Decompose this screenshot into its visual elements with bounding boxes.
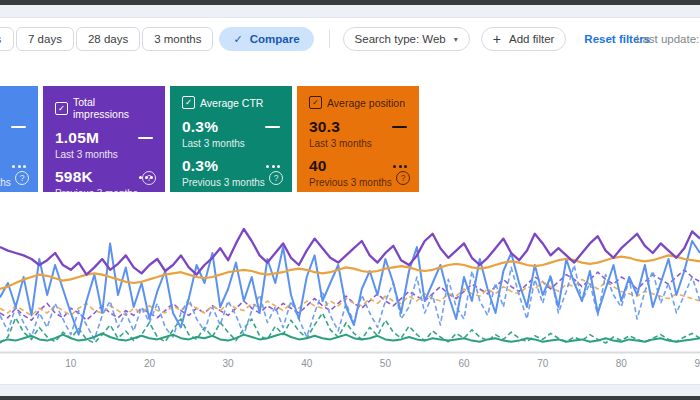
- solid-line-icon: [138, 137, 153, 140]
- x-axis-tick-labels: 102030405060708090: [0, 358, 700, 372]
- performance-chart-svg[interactable]: [0, 214, 700, 355]
- card-label-row: ✓ Average CTR: [182, 96, 280, 109]
- help-icon[interactable]: ?: [396, 171, 410, 185]
- x-axis-line: [0, 352, 700, 354]
- sublabel-last: Last 3 months: [182, 138, 280, 149]
- help-icon[interactable]: ?: [269, 171, 283, 185]
- search-type-label: Search type: Web: [355, 33, 446, 45]
- page-top-strip: [0, 5, 700, 18]
- x-tick-70: 70: [537, 358, 548, 369]
- card-average-position[interactable]: ✓ Average position 30.3 Last 3 months 40…: [297, 86, 419, 192]
- compare-chip-label: Compare: [250, 33, 300, 45]
- sublabel-last: Last 3 months: [0, 138, 26, 149]
- card-label-row: ✓ Total clicks: [0, 96, 26, 109]
- help-icon[interactable]: ?: [15, 171, 29, 185]
- dotted-line-icon: [266, 165, 280, 168]
- last-update-text: Last update:: [636, 26, 700, 52]
- metric-value-last: 30.3: [309, 118, 340, 136]
- value-row-previous: 598K: [55, 168, 153, 186]
- checkmark-icon: ✓: [233, 33, 242, 46]
- x-tick-20: 20: [144, 358, 155, 369]
- card-label-row: ✓ Total impressions: [55, 96, 153, 120]
- metric-value-previous: 0.3%: [182, 157, 218, 175]
- sublabel-previous: Previous 3 months: [182, 177, 280, 188]
- solid-line-icon: [392, 126, 407, 129]
- value-row-last: K: [0, 118, 26, 136]
- x-tick-50: 50: [380, 358, 391, 369]
- compare-chip[interactable]: ✓ Compare: [219, 27, 313, 51]
- dotted-line-icon: [393, 165, 407, 168]
- card-label: Total impressions: [73, 96, 153, 120]
- date-chip-24-hours[interactable]: 24 hours: [0, 27, 14, 51]
- card-label: Average position: [327, 97, 405, 109]
- date-chip-3-months[interactable]: 3 months: [142, 27, 213, 51]
- date-chip-label: 28 days: [88, 33, 128, 45]
- metric-value-previous: 598K: [55, 168, 93, 186]
- value-row-last: 0.3%: [182, 118, 280, 136]
- x-tick-30: 30: [223, 358, 234, 369]
- performance-chart[interactable]: [0, 214, 700, 355]
- add-filter-label: Add filter: [509, 33, 554, 45]
- x-tick-40: 40: [301, 358, 312, 369]
- toolbar-divider: [329, 30, 330, 48]
- metric-value-previous: 40: [309, 157, 327, 175]
- value-row-last: 30.3: [309, 118, 407, 136]
- dotted-line-icon: [12, 165, 26, 168]
- plus-icon: +: [493, 31, 501, 47]
- card-label: Average CTR: [200, 97, 263, 109]
- sublabel-previous: Previous 3 months: [55, 188, 153, 199]
- sublabel-last: Last 3 months: [55, 149, 153, 160]
- checkbox-checked-icon[interactable]: ✓: [55, 102, 68, 115]
- search-console-performance-page: 24 hours 7 days 28 days 3 months ✓ Compa…: [0, 0, 700, 400]
- date-chip-7-days[interactable]: 7 days: [16, 27, 74, 51]
- date-chip-label: 3 months: [154, 33, 201, 45]
- card-label-row: ✓ Average position: [309, 96, 407, 109]
- value-row-previous: 0.3%: [182, 157, 280, 175]
- search-type-dropdown[interactable]: Search type: Web ▾: [343, 27, 470, 51]
- line-ctr-last: [0, 333, 700, 341]
- value-row-previous: 40: [309, 157, 407, 175]
- card-total-impressions[interactable]: ✓ Total impressions 1.05M Last 3 months …: [43, 86, 165, 192]
- date-chip-28-days[interactable]: 28 days: [76, 27, 140, 51]
- value-row-last: 1.05M: [55, 129, 153, 147]
- solid-line-icon: [265, 126, 280, 129]
- metric-value-last: 1.05M: [55, 129, 99, 147]
- card-total-clicks[interactable]: ✓ Total clicks K Last 3 months K Previou…: [0, 86, 38, 192]
- x-tick-80: 80: [616, 358, 627, 369]
- sublabel-last: Last 3 months: [309, 138, 407, 149]
- add-filter-button[interactable]: + Add filter: [481, 27, 567, 51]
- card-average-ctr[interactable]: ✓ Average CTR 0.3% Last 3 months 0.3% Pr…: [170, 86, 292, 192]
- filter-toolbar: 24 hours 7 days 28 days 3 months ✓ Compa…: [0, 26, 700, 52]
- help-icon[interactable]: ?: [142, 171, 156, 185]
- metric-value-last: 0.3%: [182, 118, 218, 136]
- x-tick-90: 90: [694, 358, 700, 369]
- window-bottom-bar: [0, 396, 700, 400]
- x-tick-10: 10: [65, 358, 76, 369]
- caret-down-icon: ▾: [454, 35, 458, 44]
- metric-cards-row: ✓ Total clicks K Last 3 months K Previou…: [0, 86, 419, 192]
- date-chip-label: 24 hours: [0, 33, 1, 45]
- sublabel-previous: Previous 3 months: [309, 177, 407, 188]
- x-tick-60: 60: [458, 358, 469, 369]
- card-total-clicks-clipped: ✓ Total clicks K Last 3 months K Previou…: [0, 86, 38, 192]
- checkbox-checked-icon[interactable]: ✓: [309, 96, 322, 109]
- checkbox-checked-icon[interactable]: ✓: [182, 96, 195, 109]
- solid-line-icon: [11, 126, 26, 129]
- date-chip-label: 7 days: [28, 33, 62, 45]
